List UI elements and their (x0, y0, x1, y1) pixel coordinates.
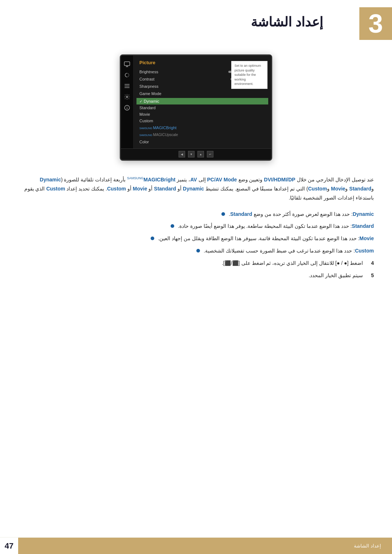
color-label: Color (139, 140, 149, 144)
bullet-standard-text: حدد هذا الوضع عندما تكون البيئة المحيطة … (178, 223, 349, 229)
nav-up[interactable]: ▲ (197, 151, 204, 157)
standard-ref: Standard (349, 186, 371, 192)
magic-upscale-item: SAMSUNG MAGICUpscale (136, 131, 268, 138)
bullet-standard-label: Standard (352, 223, 374, 229)
magic-bright-label: SAMSUNG MAGICBright (139, 126, 176, 130)
monitor-nav: ◀ ▼ ▲ ↵ (121, 148, 271, 160)
nav-down[interactable]: ▼ (188, 151, 195, 157)
av-highlight: AV (190, 177, 197, 182)
step-4-text: اضغط [● / ●] للانتقال إلى الخيار الذي تر… (222, 259, 363, 268)
samsung-super-upscale: SAMSUNG (139, 134, 152, 136)
movie-ref2: Movie (133, 186, 147, 192)
svg-rect-4 (124, 86, 130, 86)
dynamic-ref2: Dynamic (183, 186, 204, 192)
page-header: إعداد الشاشة 3 (0, 0, 392, 44)
refresh-icon (123, 72, 131, 78)
svg-point-9 (127, 106, 127, 107)
svg-rect-5 (124, 87, 130, 88)
magic-bright-inline: MAGICBright (144, 177, 176, 182)
page-number: 47 (0, 538, 18, 554)
tooltip-box: Set to an optimum picture quality suitab… (231, 61, 268, 89)
bullet-custom-label: Custom (355, 248, 374, 254)
color-item: Color (136, 138, 268, 145)
chapter-number-box: 3 (359, 7, 392, 40)
bullet-custom: Custom: حدد هذا الوضع عندما ترغب في ضبط … (18, 247, 374, 255)
samsung-super-bright: SAMSUNG (139, 127, 152, 130)
monitor-mockup: Picture Brightness 100 Contrast (120, 54, 272, 161)
bullet-dynamic-label: Dynamic (353, 211, 374, 217)
bullet-movie: Movie: حدد هذا الوضع عندما تكون البيئة ا… (18, 234, 374, 243)
tv-icon (123, 61, 131, 67)
samsung-super-inline: SAMSUNG (127, 176, 144, 180)
contrast-label: Contrast (139, 77, 155, 81)
bullet-movie-text: حدد هذا الوضع عندما تكون البيئة المحيطة … (158, 235, 356, 241)
pcav-highlight: PC/AV Mode (207, 177, 237, 182)
game-mode-dropdown: Dynamic Standard Movie Custom (136, 98, 268, 124)
monitor-icons (121, 56, 134, 148)
custom-ref2: Custom (107, 186, 126, 192)
dvi-highlight: DVI/HDMI/DP (264, 177, 295, 182)
custom-ref: Custom (308, 186, 327, 192)
bullet-list: Dynamic: حدد هذا الوضع لعرض صورة أكثر حد… (18, 210, 374, 255)
dropdown-custom: Custom (136, 118, 268, 124)
list-icon (123, 83, 131, 89)
chapter-number: 3 (368, 11, 383, 37)
bullet-standard: Standard: حدد هذا الوضع عندما تكون البيئ… (18, 222, 374, 231)
step-4-num: 4 (367, 259, 374, 268)
bullet-dynamic-dot (221, 212, 225, 216)
bullet-dynamic: Dynamic: حدد هذا الوضع لعرض صورة أكثر حد… (18, 210, 374, 219)
bullet-standard-dot (171, 224, 174, 228)
magic-bright-item: SAMSUNG MAGICBright (136, 124, 268, 131)
bullet-movie-label: Movie (359, 235, 374, 241)
bullet-dynamic-text: حدد هذا الوضع لعرض صورة أكثر حدة من وضع … (229, 211, 350, 217)
step-5: 5 سيتم تطبيق الخيار المحدد. (18, 271, 374, 280)
step-4: 4 اضغط [● / ●] للانتقال إلى الخيار الذي … (18, 259, 374, 268)
monitor-screen: Picture Brightness 100 Contrast (121, 56, 271, 148)
bullet-movie-dot (151, 237, 154, 240)
content-area: عند توصيل الإدخال الخارجي من خلال DVI/HD… (0, 168, 392, 291)
page-content: إعداد الشاشة 3 (0, 0, 392, 537)
info-icon (123, 104, 131, 111)
svg-rect-0 (124, 62, 130, 66)
magic-bright-text: MAGICBright (153, 126, 176, 130)
intro-paragraph: عند توصيل الإدخال الخارجي من خلال DVI/HD… (18, 175, 374, 203)
bullet-custom-text: حدد هذا الوضع عندما ترغب في ضبط الصورة ح… (204, 248, 352, 254)
brightness-label: Brightness (139, 70, 158, 74)
footer-text-ar: إعداد الشاشة (354, 543, 381, 549)
step-5-num: 5 (367, 271, 374, 280)
svg-rect-3 (124, 84, 130, 85)
game-mode-label: Game Mode (139, 91, 162, 96)
chapter-title: إعداد الشاشة (0, 7, 359, 30)
dropdown-movie: Movie (136, 111, 268, 118)
game-mode-item: Game Mode (136, 90, 268, 97)
dynamic-ref: Dynamic (40, 177, 61, 182)
custom-ref3: Custom (46, 186, 65, 192)
nav-enter[interactable]: ↵ (207, 151, 213, 157)
movie-ref: Movie (331, 186, 346, 192)
magic-upscale-text: MAGICUpscale (153, 133, 178, 137)
bullet-custom-dot (196, 249, 200, 253)
monitor-section: Picture Brightness 100 Contrast (0, 44, 392, 168)
standard-ref2: Standard (154, 186, 176, 192)
gear-icon (123, 94, 131, 100)
magic-upscale-label: SAMSUNG MAGICUpscale (139, 133, 178, 137)
tooltip-text: Set to an optimum picture quality suitab… (234, 64, 261, 86)
nav-left[interactable]: ◀ (179, 151, 185, 157)
dropdown-standard: Standard (136, 104, 268, 111)
page-footer: 47 إعداد الشاشة (0, 538, 392, 554)
step-5-text: سيتم تطبيق الخيار المحدد. (309, 271, 363, 280)
svg-point-6 (126, 96, 128, 98)
sharpness-label: Sharpness (139, 84, 159, 89)
dropdown-dynamic: Dynamic (136, 98, 268, 104)
